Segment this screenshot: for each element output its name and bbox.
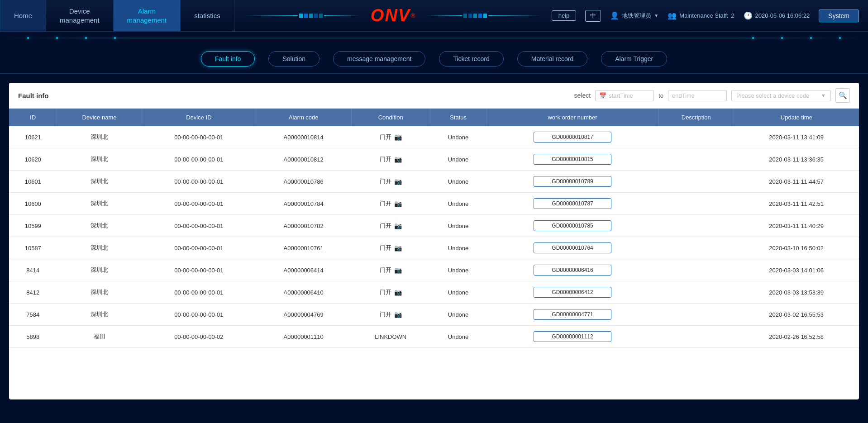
table-header: ID Device name Device ID Alarm code Cond… <box>9 109 859 126</box>
clock-icon: 🕐 <box>744 11 753 20</box>
work-order-input[interactable] <box>534 132 611 143</box>
nav-tab-alarm[interactable]: Alarmmanagement <box>114 0 181 31</box>
sub-nav-alarm-trigger[interactable]: Alarm Trigger <box>601 51 667 67</box>
sub-nav-ticket[interactable]: Ticket record <box>439 51 503 67</box>
datetime-item: 🕐 2020-05-06 16:06:22 <box>744 11 810 20</box>
cell-condition: 门开 📷 <box>351 148 430 171</box>
camera-icon[interactable]: 📷 <box>394 311 402 318</box>
lang-button[interactable]: 中 <box>585 10 601 22</box>
cell-description <box>658 259 734 281</box>
cell-device-id[interactable]: 00-00-00-00-00-01 <box>142 259 256 281</box>
cell-device-id[interactable]: 00-00-00-00-00-01 <box>142 215 256 237</box>
cell-description <box>658 193 734 215</box>
table-row: 10621 深圳北 00-00-00-00-00-01 A00000010814… <box>9 126 859 148</box>
work-order-input[interactable] <box>534 287 611 298</box>
cell-device-name: 深圳北 <box>57 237 142 259</box>
work-order-input[interactable] <box>534 220 611 231</box>
camera-icon[interactable]: 📷 <box>394 244 402 252</box>
cell-device-id[interactable]: 00-00-00-00-00-01 <box>142 171 256 193</box>
cell-device-id[interactable]: 00-00-00-00-00-01 <box>142 148 256 171</box>
cell-device-name: 深圳北 <box>57 215 142 237</box>
cell-device-id[interactable]: 00-00-00-00-00-01 <box>142 237 256 259</box>
condition-text: 门开 <box>380 177 391 185</box>
system-button[interactable]: System <box>819 10 859 22</box>
nav-tab-device[interactable]: Devicemanagement <box>46 0 114 31</box>
chevron-down-icon: ▼ <box>821 93 826 98</box>
col-device-name: Device name <box>57 109 142 126</box>
maintenance-count: 2 <box>731 12 734 19</box>
cell-id: 7584 <box>9 304 57 326</box>
search-button[interactable]: 🔍 <box>835 88 850 103</box>
work-order-input[interactable] <box>534 198 611 209</box>
cell-description <box>658 126 734 148</box>
camera-icon[interactable]: 📷 <box>394 222 402 229</box>
cell-description <box>658 281 734 304</box>
nav-tabs: Home Devicemanagement Alarmmanagement st… <box>0 0 234 31</box>
camera-icon[interactable]: 📷 <box>394 156 402 163</box>
cell-device-name: 深圳北 <box>57 259 142 281</box>
cell-device-id[interactable]: 00-00-00-00-00-01 <box>142 126 256 148</box>
sub-nav-message[interactable]: message management <box>333 51 425 67</box>
start-time-input[interactable]: 📅 startTime <box>595 90 654 101</box>
work-order-input[interactable] <box>534 331 611 342</box>
cell-device-name: 深圳北 <box>57 193 142 215</box>
condition-text: 门开 <box>380 310 391 318</box>
camera-icon[interactable]: 📷 <box>394 133 402 141</box>
cell-id: 8414 <box>9 259 57 281</box>
device-select[interactable]: Please select a device code ▼ <box>731 90 831 101</box>
cell-condition: 门开 📷 <box>351 237 430 259</box>
cell-id: 10601 <box>9 171 57 193</box>
cell-alarm-code: A00000010782 <box>256 215 351 237</box>
cell-device-name: 深圳北 <box>57 304 142 326</box>
filter-section: select 📅 startTime to endTime Please sel… <box>574 88 850 103</box>
cell-id: 10587 <box>9 237 57 259</box>
page-title: Fault info <box>18 92 565 100</box>
cell-update-time: 2020-03-11 13:36:35 <box>734 148 859 171</box>
cell-work-order <box>486 193 658 215</box>
camera-icon[interactable]: 📷 <box>394 266 402 274</box>
cell-alarm-code: A00000010812 <box>256 148 351 171</box>
camera-icon[interactable]: 📷 <box>394 289 402 296</box>
work-order-input[interactable] <box>534 154 611 165</box>
nav-tab-statistics[interactable]: statistics <box>181 0 234 31</box>
cell-description <box>658 237 734 259</box>
sub-nav-fault-info[interactable]: Fault info <box>201 51 255 67</box>
cell-condition: 门开 📷 <box>351 215 430 237</box>
cell-status: Undone <box>430 215 486 237</box>
cell-status: Undone <box>430 326 486 348</box>
condition-text: 门开 <box>380 222 391 230</box>
cell-id: 8412 <box>9 281 57 304</box>
cell-device-name: 深圳北 <box>57 148 142 171</box>
cell-device-id[interactable]: 00-00-00-00-00-02 <box>142 326 256 348</box>
cell-id: 10620 <box>9 148 57 171</box>
cell-device-id[interactable]: 00-00-00-00-00-01 <box>142 281 256 304</box>
logo-area: ONV® <box>360 6 426 25</box>
end-time-input[interactable]: endTime <box>668 90 727 101</box>
nav-right: help 中 👤 地铁管理员 ▼ 👥 Maintenance Staff: 2 … <box>552 10 868 22</box>
calendar-icon: 📅 <box>599 92 606 99</box>
col-update-time: Update time <box>734 109 859 126</box>
cell-update-time: 2020-03-11 11:40:29 <box>734 215 859 237</box>
nav-tab-home[interactable]: Home <box>0 0 46 31</box>
work-order-input[interactable] <box>534 309 611 320</box>
cell-device-id[interactable]: 00-00-00-00-00-01 <box>142 304 256 326</box>
camera-icon[interactable]: 📷 <box>394 178 402 185</box>
work-order-input[interactable] <box>534 176 611 187</box>
to-label: to <box>658 92 663 99</box>
sub-nav-material[interactable]: Material record <box>517 51 587 67</box>
help-button[interactable]: help <box>552 10 577 21</box>
circuit-decoration-bar <box>0 32 868 44</box>
cell-id: 10599 <box>9 215 57 237</box>
sub-nav-solution[interactable]: Solution <box>268 51 320 67</box>
user-item[interactable]: 👤 地铁管理员 ▼ <box>610 11 658 20</box>
condition-text: 门开 <box>380 155 391 163</box>
table-row: 10601 深圳北 00-00-00-00-00-01 A00000010786… <box>9 171 859 193</box>
cell-update-time: 2020-03-11 11:44:57 <box>734 171 859 193</box>
cell-device-id[interactable]: 00-00-00-00-00-01 <box>142 193 256 215</box>
work-order-input[interactable] <box>534 242 611 253</box>
col-description: Description <box>658 109 734 126</box>
cell-device-name: 福田 <box>57 326 142 348</box>
camera-icon[interactable]: 📷 <box>394 200 402 207</box>
work-order-input[interactable] <box>534 265 611 276</box>
maintenance-item: 👥 Maintenance Staff: 2 <box>668 11 734 20</box>
